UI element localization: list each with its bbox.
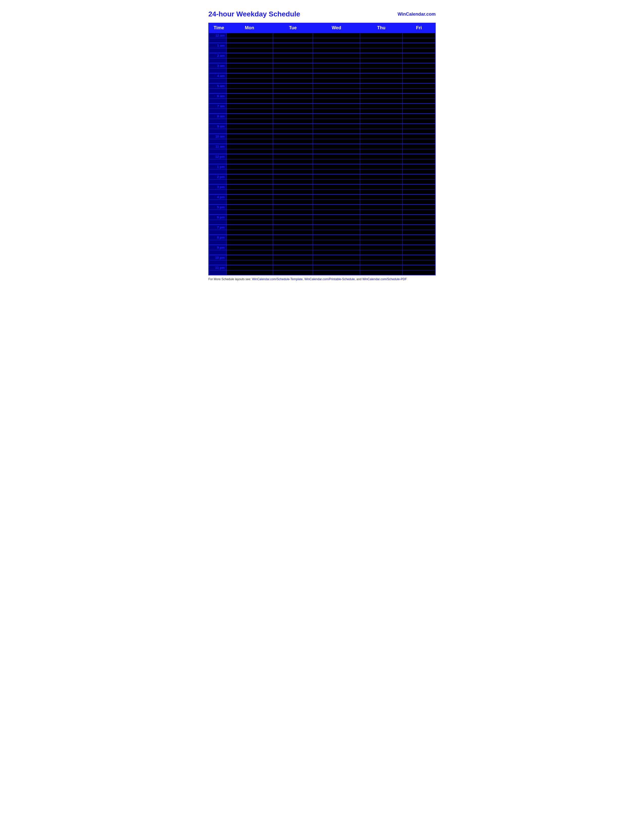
schedule-cell[interactable] bbox=[313, 139, 360, 144]
schedule-cell[interactable] bbox=[402, 250, 435, 255]
footer-link-2[interactable]: WinCalendar.com/Printable-Schedule bbox=[304, 277, 354, 281]
schedule-cell[interactable] bbox=[273, 93, 313, 98]
schedule-cell[interactable] bbox=[360, 83, 402, 88]
schedule-cell[interactable] bbox=[226, 184, 273, 189]
schedule-cell[interactable] bbox=[313, 184, 360, 189]
schedule-cell[interactable] bbox=[313, 265, 360, 270]
schedule-cell[interactable] bbox=[360, 98, 402, 103]
schedule-cell[interactable] bbox=[402, 215, 435, 220]
schedule-cell[interactable] bbox=[226, 174, 273, 179]
schedule-cell[interactable] bbox=[273, 235, 313, 240]
schedule-cell[interactable] bbox=[360, 215, 402, 220]
schedule-cell[interactable] bbox=[402, 260, 435, 265]
schedule-cell[interactable] bbox=[402, 103, 435, 109]
schedule-cell[interactable] bbox=[226, 83, 273, 88]
schedule-cell[interactable] bbox=[313, 73, 360, 78]
schedule-cell[interactable] bbox=[273, 78, 313, 83]
schedule-cell[interactable] bbox=[313, 270, 360, 275]
schedule-cell[interactable] bbox=[313, 220, 360, 225]
schedule-cell[interactable] bbox=[402, 109, 435, 114]
schedule-cell[interactable] bbox=[360, 179, 402, 184]
schedule-cell[interactable] bbox=[313, 58, 360, 63]
schedule-cell[interactable] bbox=[313, 114, 360, 119]
schedule-cell[interactable] bbox=[313, 204, 360, 209]
schedule-cell[interactable] bbox=[402, 189, 435, 195]
schedule-cell[interactable] bbox=[273, 265, 313, 270]
schedule-cell[interactable] bbox=[226, 114, 273, 119]
schedule-cell[interactable] bbox=[273, 174, 313, 179]
schedule-cell[interactable] bbox=[273, 260, 313, 265]
schedule-cell[interactable] bbox=[273, 139, 313, 144]
schedule-cell[interactable] bbox=[273, 255, 313, 260]
schedule-cell[interactable] bbox=[360, 260, 402, 265]
schedule-cell[interactable] bbox=[360, 88, 402, 93]
schedule-cell[interactable] bbox=[402, 43, 435, 48]
schedule-cell[interactable] bbox=[273, 209, 313, 215]
schedule-cell[interactable] bbox=[360, 144, 402, 149]
schedule-cell[interactable] bbox=[360, 230, 402, 235]
schedule-cell[interactable] bbox=[402, 199, 435, 204]
schedule-cell[interactable] bbox=[360, 134, 402, 139]
schedule-cell[interactable] bbox=[360, 119, 402, 124]
schedule-cell[interactable] bbox=[402, 48, 435, 53]
schedule-cell[interactable] bbox=[360, 220, 402, 225]
schedule-cell[interactable] bbox=[226, 139, 273, 144]
schedule-cell[interactable] bbox=[402, 255, 435, 260]
schedule-cell[interactable] bbox=[313, 209, 360, 215]
schedule-cell[interactable] bbox=[226, 199, 273, 204]
schedule-cell[interactable] bbox=[226, 225, 273, 230]
schedule-cell[interactable] bbox=[360, 209, 402, 215]
schedule-cell[interactable] bbox=[360, 33, 402, 38]
schedule-cell[interactable] bbox=[273, 43, 313, 48]
schedule-cell[interactable] bbox=[402, 73, 435, 78]
schedule-cell[interactable] bbox=[402, 68, 435, 73]
schedule-cell[interactable] bbox=[273, 189, 313, 195]
schedule-cell[interactable] bbox=[226, 265, 273, 270]
schedule-cell[interactable] bbox=[360, 154, 402, 159]
schedule-cell[interactable] bbox=[226, 103, 273, 109]
schedule-cell[interactable] bbox=[313, 255, 360, 260]
schedule-cell[interactable] bbox=[360, 199, 402, 204]
schedule-cell[interactable] bbox=[360, 38, 402, 43]
schedule-cell[interactable] bbox=[313, 53, 360, 58]
schedule-cell[interactable] bbox=[313, 129, 360, 134]
schedule-cell[interactable] bbox=[313, 124, 360, 129]
schedule-cell[interactable] bbox=[226, 230, 273, 235]
schedule-cell[interactable] bbox=[360, 43, 402, 48]
schedule-cell[interactable] bbox=[402, 159, 435, 164]
schedule-cell[interactable] bbox=[273, 199, 313, 204]
schedule-cell[interactable] bbox=[226, 124, 273, 129]
schedule-cell[interactable] bbox=[273, 68, 313, 73]
schedule-cell[interactable] bbox=[360, 225, 402, 230]
schedule-cell[interactable] bbox=[226, 255, 273, 260]
schedule-cell[interactable] bbox=[226, 209, 273, 215]
schedule-cell[interactable] bbox=[360, 245, 402, 250]
schedule-cell[interactable] bbox=[226, 109, 273, 114]
schedule-cell[interactable] bbox=[273, 240, 313, 245]
schedule-cell[interactable] bbox=[313, 33, 360, 38]
schedule-cell[interactable] bbox=[402, 114, 435, 119]
schedule-cell[interactable] bbox=[360, 68, 402, 73]
schedule-cell[interactable] bbox=[273, 134, 313, 139]
schedule-cell[interactable] bbox=[226, 73, 273, 78]
schedule-cell[interactable] bbox=[226, 204, 273, 209]
schedule-cell[interactable] bbox=[226, 159, 273, 164]
schedule-cell[interactable] bbox=[273, 204, 313, 209]
schedule-cell[interactable] bbox=[226, 93, 273, 98]
schedule-cell[interactable] bbox=[402, 38, 435, 43]
schedule-cell[interactable] bbox=[313, 134, 360, 139]
schedule-cell[interactable] bbox=[360, 255, 402, 260]
schedule-cell[interactable] bbox=[313, 48, 360, 53]
footer-link-3[interactable]: WinCalendar.com/Schedule-PDF bbox=[362, 277, 407, 281]
schedule-cell[interactable] bbox=[273, 250, 313, 255]
schedule-cell[interactable] bbox=[226, 164, 273, 169]
schedule-cell[interactable] bbox=[313, 68, 360, 73]
schedule-cell[interactable] bbox=[360, 58, 402, 63]
schedule-cell[interactable] bbox=[313, 164, 360, 169]
schedule-cell[interactable] bbox=[402, 98, 435, 103]
schedule-cell[interactable] bbox=[226, 220, 273, 225]
schedule-cell[interactable] bbox=[313, 189, 360, 195]
schedule-cell[interactable] bbox=[226, 68, 273, 73]
schedule-cell[interactable] bbox=[313, 230, 360, 235]
schedule-cell[interactable] bbox=[313, 98, 360, 103]
